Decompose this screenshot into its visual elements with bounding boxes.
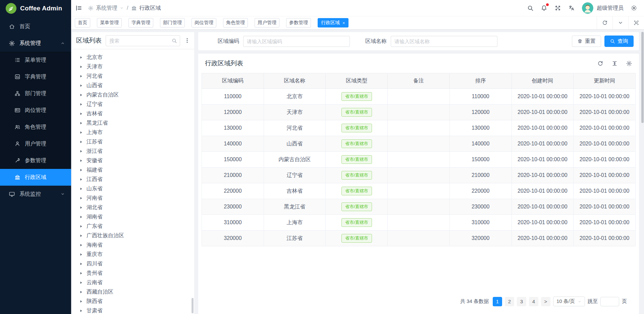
close-tab-icon[interactable]: × (342, 20, 345, 25)
table-row[interactable]: 220000吉林省省市/直辖市2200002020-10-01 00:00:00… (202, 183, 636, 199)
region-code-input[interactable] (243, 36, 350, 47)
tree-item[interactable]: 内蒙古自治区 (72, 90, 194, 100)
tree-item[interactable]: 陕西省 (72, 297, 194, 306)
sidebar-item-menu-mgmt[interactable]: 菜单管理 (0, 52, 71, 68)
page-size-select[interactable]: 10 条/页 (553, 297, 585, 306)
tree-item-label: 陕西省 (87, 298, 103, 305)
translate-icon[interactable] (568, 5, 575, 11)
tree-item[interactable]: 湖北省 (72, 203, 194, 212)
settings-gear-icon[interactable] (631, 5, 637, 11)
pager-page-3[interactable]: 3 (517, 297, 526, 306)
tree-item[interactable]: 贵州省 (72, 268, 194, 278)
sidebar-item-home[interactable]: 首页 (0, 18, 71, 35)
tree-item[interactable]: 天津市 (72, 62, 194, 71)
region-tree: 北京市天津市河北省山西省内蒙古自治区辽宁省吉林省黑龙江省上海市江苏省浙江省安徽省… (72, 49, 194, 314)
content-fullscreen-button[interactable] (628, 16, 644, 29)
pager-page-2[interactable]: 2 (505, 297, 514, 306)
breadcrumb-item[interactable]: 行政区域 (131, 5, 161, 12)
sidebar-item-dict-mgmt[interactable]: 字典管理 (0, 68, 71, 85)
column-settings-gear-icon[interactable] (626, 60, 632, 67)
caret-right-icon (79, 121, 83, 125)
tree-item[interactable]: 广东省 (72, 222, 194, 231)
table-row[interactable]: 310000上海市省市/直辖市3100002020-10-01 00:00:00… (202, 215, 636, 231)
table-row[interactable]: 130000河北省省市/直辖市1300002020-10-01 00:00:00… (202, 120, 636, 136)
jump-page-input[interactable] (600, 297, 619, 306)
tab-home[interactable]: 首页 (75, 18, 90, 27)
pager-page-1[interactable]: 1 (493, 297, 502, 306)
cell-created: 2020-10-01 00:00:00 (512, 89, 574, 105)
row-density-icon[interactable] (611, 60, 618, 67)
search-icon[interactable] (527, 5, 534, 11)
sidebar-item-system[interactable]: 系统管理 (0, 35, 71, 52)
region-name-input[interactable] (391, 36, 497, 47)
tree-item-label: 吉林省 (87, 110, 103, 117)
tree-item[interactable]: 海南省 (72, 240, 194, 250)
tab-post-mgmt[interactable]: 岗位管理 (192, 18, 216, 27)
pager-next-button[interactable]: > (541, 297, 550, 306)
tree-item[interactable]: 广西壮族自治区 (72, 231, 194, 240)
refresh-tab-button[interactable] (597, 16, 612, 29)
tree-item[interactable]: 河北省 (72, 71, 194, 81)
sidebar-item-role-mgmt[interactable]: 角色管理 (0, 119, 71, 135)
tree-item[interactable]: 黑龙江省 (72, 118, 194, 128)
cell-updated: 2020-10-01 00:00:00 (574, 120, 636, 136)
cell-updated: 2020-10-01 00:00:00 (574, 215, 636, 231)
tree-item[interactable]: 江苏省 (72, 137, 194, 146)
tab-role-mgmt[interactable]: 角色管理 (223, 18, 248, 27)
table-row[interactable]: 210000辽宁省省市/直辖市2100002020-10-01 00:00:00… (202, 168, 636, 183)
fullscreen-icon[interactable] (554, 5, 561, 11)
tree-item[interactable]: 山东省 (72, 184, 194, 193)
tree-item[interactable]: 辽宁省 (72, 100, 194, 109)
table-row[interactable]: 140000山西省省市/直辖市1400002020-10-01 00:00:00… (202, 136, 636, 152)
breadcrumb-item[interactable]: 系统管理 (88, 5, 124, 12)
reset-button[interactable]: 重置 (572, 36, 601, 47)
tree-scrollbar[interactable] (192, 298, 194, 313)
window-scrollbar[interactable] (641, 32, 644, 123)
refresh-icon[interactable] (597, 60, 603, 67)
tree-item[interactable]: 安徽省 (72, 156, 194, 165)
search-button[interactable]: 查询 (604, 36, 634, 47)
table-row[interactable]: 230000黑龙江省省市/直辖市2300002020-10-01 00:00:0… (202, 199, 636, 215)
app-logo[interactable]: Coffee Admin (0, 0, 71, 17)
tab-menu-mgmt[interactable]: 菜单管理 (97, 18, 122, 27)
tree-item[interactable]: 北京市 (72, 53, 194, 62)
pager-page-4[interactable]: 4 (529, 297, 538, 306)
tab-user-mgmt[interactable]: 用户管理 (255, 18, 279, 27)
filter-code-field: 区域编码 (218, 36, 350, 47)
tree-item-label: 甘肃省 (87, 307, 103, 314)
tree-item[interactable]: 山西省 (72, 81, 194, 90)
sidebar-fold-icon[interactable] (75, 4, 83, 12)
table-row[interactable]: 320000江苏省省市/直辖市3200002020-10-01 00:00:00… (202, 231, 636, 246)
sidebar-item-param-mgmt[interactable]: 参数管理 (0, 152, 71, 169)
sidebar-item-monitor[interactable]: 系统监控 (0, 186, 71, 202)
tab-region[interactable]: 行政区域× (318, 18, 348, 27)
tree-item[interactable]: 西藏自治区 (72, 287, 194, 297)
tree-item[interactable]: 上海市 (72, 128, 194, 137)
tree-item[interactable]: 四川省 (72, 259, 194, 268)
tree-item[interactable]: 江西省 (72, 175, 194, 184)
tree-item[interactable]: 河南省 (72, 193, 194, 203)
tree-item[interactable]: 浙江省 (72, 146, 194, 156)
tab-options-button[interactable] (612, 16, 628, 29)
tab-param-mgmt[interactable]: 参数管理 (286, 18, 311, 27)
tree-item[interactable]: 福建省 (72, 165, 194, 175)
tree-search-input[interactable] (106, 35, 180, 46)
table-row[interactable]: 110000北京市省市/直辖市1100002020-10-01 00:00:00… (202, 89, 636, 105)
tree-item[interactable]: 云南省 (72, 278, 194, 287)
tab-dict-mgmt[interactable]: 字典管理 (128, 18, 153, 27)
notification-bell[interactable] (541, 5, 547, 11)
table-row[interactable]: 150000内蒙古自治区省市/直辖市1500002020-10-01 00:00… (202, 152, 636, 168)
sidebar-item-user-mgmt[interactable]: 用户管理 (0, 135, 71, 152)
tree-item[interactable]: 吉林省 (72, 109, 194, 118)
search-icon[interactable] (171, 38, 177, 44)
tree-item[interactable]: 重庆市 (72, 250, 194, 259)
tree-item[interactable]: 湖南省 (72, 212, 194, 222)
sidebar-item-region[interactable]: 行政区域 (0, 169, 71, 186)
sidebar-item-dept-mgmt[interactable]: 部门管理 (0, 85, 71, 102)
user-menu[interactable]: 超级管理员 (582, 2, 624, 14)
kebab-menu-icon[interactable] (184, 38, 190, 44)
tree-item[interactable]: 甘肃省 (72, 306, 194, 314)
table-row[interactable]: 120000天津市省市/直辖市1200002020-10-01 00:00:00… (202, 105, 636, 120)
sidebar-item-post-mgmt[interactable]: 岗位管理 (0, 102, 71, 119)
tab-dept-mgmt[interactable]: 部门管理 (160, 18, 185, 27)
